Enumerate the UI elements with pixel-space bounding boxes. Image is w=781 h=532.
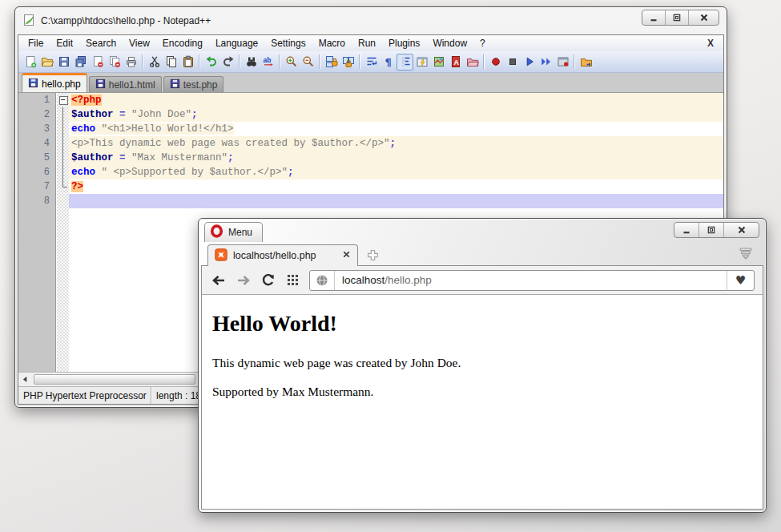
tab-hello1-html[interactable]: hello1.html bbox=[89, 76, 162, 92]
close-button[interactable] bbox=[724, 223, 759, 237]
notepadpp-app-icon bbox=[22, 14, 35, 29]
menubar-close-button[interactable]: X bbox=[701, 38, 720, 49]
browser-window-controls bbox=[674, 222, 759, 238]
opera-logo-icon bbox=[210, 224, 223, 240]
code-line-1[interactable]: 1<?php bbox=[18, 93, 723, 107]
line-number: 1 bbox=[18, 93, 57, 107]
find-icon[interactable] bbox=[243, 54, 260, 71]
redo-icon[interactable] bbox=[219, 54, 236, 71]
close-all-docs-icon[interactable] bbox=[106, 54, 123, 71]
menu-edit[interactable]: Edit bbox=[50, 36, 79, 50]
toolbar-separator bbox=[483, 54, 485, 69]
window-controls bbox=[642, 10, 719, 26]
code-line-5[interactable]: 5$author = "Max Mustermann"; bbox=[18, 151, 723, 165]
open-file-icon[interactable] bbox=[38, 54, 55, 71]
launch-run-icon[interactable] bbox=[578, 54, 594, 71]
tab-hello-php[interactable]: hello.php bbox=[22, 73, 87, 92]
notepad-titlebar[interactable]: C:\xampp\htdocs\hello.php - Notepad++ bbox=[18, 7, 724, 34]
toolbar-separator bbox=[199, 54, 200, 69]
menu-plugins[interactable]: Plugins bbox=[382, 36, 426, 50]
zoom-in-icon[interactable] bbox=[283, 54, 300, 71]
forward-button[interactable] bbox=[235, 272, 252, 289]
folder-as-workspace-icon[interactable] bbox=[464, 54, 481, 71]
maximize-button[interactable] bbox=[699, 223, 724, 237]
save-file-icon[interactable] bbox=[55, 54, 72, 71]
url-host: localhost bbox=[342, 274, 384, 286]
cut-icon[interactable] bbox=[146, 54, 163, 71]
url-text[interactable]: localhost/hello.php bbox=[335, 274, 727, 286]
macro-run-multiple-icon[interactable] bbox=[537, 54, 554, 71]
code-line-7[interactable]: 7?> bbox=[18, 179, 723, 194]
back-button[interactable] bbox=[210, 272, 227, 289]
close-button[interactable] bbox=[689, 10, 719, 25]
new-file-icon[interactable] bbox=[22, 54, 38, 71]
menu-file[interactable]: File bbox=[22, 36, 50, 50]
notepad-toolbar: ab¶A bbox=[18, 51, 723, 73]
minimize-button[interactable] bbox=[642, 10, 666, 25]
page-content: Hello World! This dynamic web page was c… bbox=[202, 295, 763, 509]
sync-vertical-icon[interactable] bbox=[323, 54, 340, 71]
scrollbar-thumb[interactable] bbox=[34, 374, 195, 385]
bookmark-button[interactable]: ♥ bbox=[727, 271, 754, 290]
macro-record-icon[interactable] bbox=[487, 54, 504, 71]
toolbar-separator bbox=[359, 54, 360, 69]
new-tab-button[interactable] bbox=[366, 248, 380, 262]
indent-guide-icon[interactable] bbox=[397, 54, 413, 71]
menu-window[interactable]: Window bbox=[426, 36, 473, 50]
macro-play-icon[interactable] bbox=[521, 54, 537, 71]
tab-label: hello1.html bbox=[109, 79, 155, 91]
tab-test-php[interactable]: test.php bbox=[163, 76, 224, 92]
code-line-3[interactable]: 3echo "<h1>Hello World!</h1> bbox=[18, 122, 723, 136]
code-line-2[interactable]: 2$author = "John Doe"; bbox=[18, 107, 723, 122]
tab-menu-icon[interactable] bbox=[738, 247, 754, 264]
close-doc-icon[interactable] bbox=[89, 54, 106, 71]
site-badge-icon[interactable] bbox=[310, 274, 334, 287]
menu-view[interactable]: View bbox=[123, 36, 156, 50]
paste-icon[interactable] bbox=[179, 54, 196, 71]
macro-stop-icon[interactable] bbox=[504, 54, 521, 71]
browser-tab[interactable]: localhost/hello.php bbox=[207, 244, 358, 266]
menu-search[interactable]: Search bbox=[79, 36, 123, 50]
copy-icon[interactable] bbox=[163, 54, 179, 71]
print-icon[interactable] bbox=[123, 54, 139, 71]
code-text: echo " <p>Supported by $author.</p>"; bbox=[69, 165, 723, 179]
page-paragraphs: This dynamic web page was created by Joh… bbox=[212, 356, 752, 399]
reload-button[interactable] bbox=[260, 272, 277, 289]
saved-file-icon bbox=[170, 79, 180, 91]
code-line-4[interactable]: 4<p>This dynamic web page was created by… bbox=[18, 136, 723, 151]
menu-help[interactable]: ? bbox=[473, 36, 492, 50]
menu-settings[interactable]: Settings bbox=[264, 36, 312, 50]
line-number: 6 bbox=[18, 165, 57, 179]
browser-menu-button[interactable]: Menu bbox=[204, 222, 263, 242]
sync-horizontal-icon[interactable] bbox=[340, 54, 356, 71]
menu-run[interactable]: Run bbox=[352, 36, 382, 50]
macro-save-icon[interactable] bbox=[554, 54, 571, 71]
save-all-icon[interactable] bbox=[72, 54, 89, 71]
speed-dial-icon[interactable] bbox=[284, 272, 302, 289]
menu-language[interactable]: Language bbox=[209, 36, 264, 50]
code-line-8[interactable]: 8 bbox=[18, 194, 723, 208]
fold-marker[interactable] bbox=[57, 93, 69, 107]
scroll-left-arrow-icon[interactable] bbox=[18, 373, 32, 386]
document-list-icon[interactable]: A bbox=[447, 54, 464, 71]
maximize-button[interactable] bbox=[666, 10, 689, 25]
toolbar-separator bbox=[574, 54, 575, 69]
menu-macro[interactable]: Macro bbox=[312, 36, 352, 50]
minimize-button[interactable] bbox=[674, 223, 699, 237]
code-area[interactable]: 1<?php2$author = "John Doe";3echo "<h1>H… bbox=[18, 93, 723, 208]
menu-encoding[interactable]: Encoding bbox=[156, 36, 209, 50]
show-all-chars-icon[interactable]: ¶ bbox=[380, 54, 397, 71]
tab-close-icon[interactable] bbox=[342, 250, 351, 261]
code-line-6[interactable]: 6echo " <p>Supported by $author.</p>"; bbox=[18, 165, 723, 179]
tab-label: test.php bbox=[183, 79, 218, 91]
document-map-icon[interactable] bbox=[430, 54, 447, 71]
code-text: $author = "Max Mustermann"; bbox=[69, 151, 723, 165]
word-wrap-icon[interactable] bbox=[363, 54, 380, 71]
undo-icon[interactable] bbox=[203, 54, 219, 71]
svg-text:A: A bbox=[453, 58, 459, 66]
replace-icon[interactable]: ab bbox=[260, 54, 276, 71]
zoom-out-icon[interactable] bbox=[300, 54, 316, 71]
define-language-icon[interactable] bbox=[413, 54, 430, 71]
page-paragraph: This dynamic web page was created by Joh… bbox=[212, 356, 752, 370]
address-bar[interactable]: localhost/hello.php ♥ bbox=[309, 270, 755, 291]
